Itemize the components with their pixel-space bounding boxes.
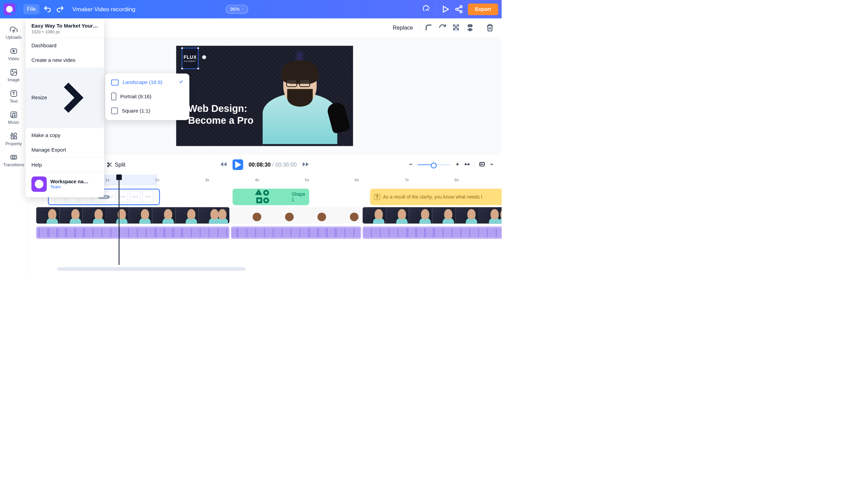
video-clip-1[interactable] <box>36 207 229 224</box>
sidebar-item-music[interactable]: Music <box>0 107 27 129</box>
transparency-icon[interactable] <box>452 24 460 32</box>
svg-rect-23 <box>453 28 455 30</box>
menu-item-create-video[interactable]: Create a new video <box>25 53 104 67</box>
align-icon[interactable] <box>466 24 474 32</box>
overlay-track[interactable]: FLUXFLUXFLUXFLUXFLUXFLUXFLUXFLUX Shape 1… <box>36 189 502 205</box>
sidebar-label: Music <box>8 120 19 125</box>
sidebar-label: Video <box>8 56 19 61</box>
divider <box>474 161 475 169</box>
svg-point-15 <box>14 133 17 136</box>
ruler-mark: 3s <box>205 178 209 182</box>
project-title[interactable]: Vmaker Video recording <box>72 6 136 13</box>
shape-clip[interactable]: Shape 1 <box>232 189 309 205</box>
sidebar-item-image[interactable]: Image <box>0 65 27 86</box>
play-circle-icon <box>10 47 18 55</box>
export-button[interactable]: Export <box>468 3 498 15</box>
cloud-sync-icon[interactable] <box>423 5 431 13</box>
svg-point-12 <box>12 116 13 117</box>
sidebar-item-text[interactable]: Text <box>0 86 27 107</box>
audio-clip-2[interactable] <box>231 226 361 239</box>
zoom-level-pill[interactable]: 96% <box>226 5 248 13</box>
sidebar-item-uploads[interactable]: Uploads <box>0 22 27 44</box>
menu-item-manage-export[interactable]: Manage Export <box>25 142 104 157</box>
sidebar-item-video[interactable]: Video <box>0 44 27 65</box>
svg-marker-46 <box>303 162 306 166</box>
svg-rect-16 <box>11 137 13 139</box>
playhead[interactable] <box>119 174 119 265</box>
square-icon <box>111 107 118 114</box>
file-dropdown-menu: Easy Way To Market Yours… 1920 × 1080 px… <box>25 18 104 197</box>
audio-track[interactable] <box>36 226 502 239</box>
resize-option-landscape[interactable]: Landscape (16:9) <box>105 76 189 89</box>
audio-clip-1[interactable] <box>36 226 229 239</box>
ruler-mark: 4s <box>255 178 259 182</box>
replace-button[interactable]: Replace <box>393 24 413 31</box>
svg-point-3 <box>460 11 462 13</box>
timeline-settings-button[interactable] <box>479 161 485 168</box>
svg-point-38 <box>108 165 109 167</box>
delete-icon[interactable] <box>486 24 494 32</box>
svg-rect-17 <box>14 137 17 139</box>
svg-rect-26 <box>453 27 455 29</box>
menu-item-dashboard[interactable]: Dashboard <box>25 38 104 53</box>
video-clip-3[interactable] <box>363 207 502 224</box>
svg-rect-20 <box>453 24 455 27</box>
menu-item-resize[interactable]: Resize <box>25 68 104 127</box>
undo-icon[interactable] <box>43 5 52 13</box>
cloud-upload-icon <box>10 26 18 34</box>
sidebar-item-property[interactable]: Property <box>0 129 27 150</box>
divider <box>19 5 20 13</box>
workspace-switcher[interactable]: Workspace na… Team <box>25 172 104 197</box>
timeline-zoom-slider[interactable] <box>417 164 451 165</box>
resize-option-portrait[interactable]: Portrait (9:16) <box>105 89 189 104</box>
zoom-out-button[interactable] <box>409 162 413 167</box>
redo-icon[interactable] <box>56 5 64 13</box>
app-logo[interactable] <box>3 3 15 15</box>
menu-item-help[interactable]: Help <box>25 157 104 172</box>
play-button[interactable] <box>232 159 243 170</box>
fit-width-button[interactable] <box>464 161 470 168</box>
preview-play-icon[interactable] <box>441 5 450 13</box>
svg-rect-57 <box>257 198 261 202</box>
svg-marker-0 <box>443 6 448 12</box>
workspace-name: Workspace na… <box>50 178 88 184</box>
divider <box>419 24 419 32</box>
image-icon <box>10 68 18 76</box>
svg-rect-11 <box>11 112 17 118</box>
ruler-mark: 6s <box>355 178 359 182</box>
sidebar-item-transitions[interactable]: Transitions <box>0 150 27 171</box>
svg-point-2 <box>455 8 457 10</box>
split-button[interactable]: Split <box>107 161 126 168</box>
rotate-handle-icon[interactable] <box>202 55 206 59</box>
audio-clip-3[interactable] <box>363 226 502 239</box>
rotate-icon[interactable] <box>439 24 447 32</box>
workspace-avatar <box>31 176 47 192</box>
project-dimensions: 1920 × 1080 px <box>31 30 98 34</box>
resize-option-square[interactable]: Square (1:1) <box>105 104 189 118</box>
svg-line-4 <box>457 7 460 8</box>
video-track[interactable] <box>36 207 502 224</box>
video-preview[interactable]: Web Design: Become a Pro FLUX ACADEMY <box>176 46 353 146</box>
corner-radius-icon[interactable] <box>425 24 433 32</box>
ruler-mark: 7s <box>405 178 409 182</box>
svg-rect-27 <box>457 27 459 29</box>
svg-marker-14 <box>11 133 14 135</box>
sidebar-label: Transitions <box>3 162 24 167</box>
zoom-in-button[interactable] <box>455 162 460 167</box>
text-clip[interactable]: T As a result of the clarity, you know w… <box>370 189 502 205</box>
file-menu-button[interactable]: File <box>23 4 39 14</box>
video-clip-2[interactable] <box>231 207 361 224</box>
menu-item-make-copy[interactable]: Make a copy <box>25 128 104 142</box>
rewind-button[interactable] <box>220 161 227 169</box>
sidebar-label: Property <box>5 141 22 146</box>
chevron-right-icon <box>47 72 98 123</box>
horizontal-scrollbar[interactable] <box>57 267 246 271</box>
video-subject <box>255 57 345 144</box>
svg-point-56 <box>264 191 268 195</box>
share-icon[interactable] <box>454 5 463 13</box>
check-icon <box>179 80 184 86</box>
chevron-down-icon[interactable] <box>489 162 494 167</box>
time-display: 00:08:30 / 00:36:00 <box>249 161 297 168</box>
selected-logo-element[interactable]: FLUX ACADEMY <box>182 48 199 69</box>
forward-button[interactable] <box>302 161 309 169</box>
